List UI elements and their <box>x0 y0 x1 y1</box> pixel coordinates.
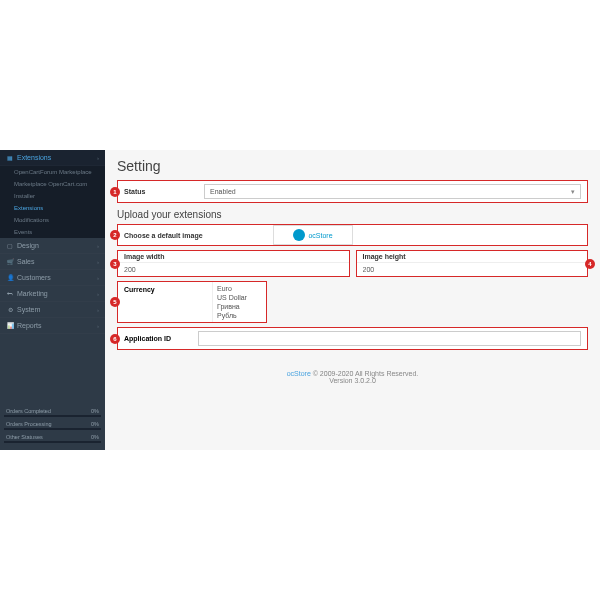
application-id-label: Application ID <box>118 331 198 346</box>
logo-text: ocStore <box>308 232 332 239</box>
footer-copyright: © 2009-2020 All Rights Reserved. <box>311 370 419 377</box>
sub-marketplace-forum[interactable]: OpenCartForum Marketplace <box>0 166 105 178</box>
nav-reports[interactable]: 📊Reports› <box>0 318 105 334</box>
footer-version: Version 3.0.2.0 <box>329 377 376 384</box>
nav-label: Extensions <box>17 154 51 161</box>
annotation-marker-2: 2 <box>110 230 120 240</box>
application-id-box: 6 Application ID <box>117 327 588 350</box>
annotation-marker-4: 4 <box>585 259 595 269</box>
stat-orders-completed: Orders Completed0% <box>4 407 101 415</box>
logo-icon <box>293 229 305 241</box>
footer: ocStore © 2009-2020 All Rights Reserved.… <box>117 370 588 384</box>
currency-label: Currency <box>118 282 213 322</box>
default-image-label: Choose a default image <box>118 228 273 243</box>
annotation-marker-1: 1 <box>110 187 120 197</box>
annotation-marker-6: 6 <box>110 334 120 344</box>
nav-extensions[interactable]: ▦Extensions › <box>0 150 105 166</box>
stat-orders-processing: Orders Processing0% <box>4 420 101 428</box>
sub-marketplace-opencart[interactable]: Marketplace OpenCart.com <box>0 178 105 190</box>
currency-list[interactable]: Euro US Dollar Гривна Рубль <box>213 282 251 322</box>
share-icon: ⮪ <box>6 291 14 297</box>
default-image-box: 2 Choose a default image ocStore <box>117 224 588 246</box>
nav-extensions-submenu: OpenCartForum Marketplace Marketplace Op… <box>0 166 105 238</box>
nav-sales[interactable]: 🛒Sales› <box>0 254 105 270</box>
sub-installer[interactable]: Installer <box>0 190 105 202</box>
image-height-box: 4 Image height <box>356 250 589 277</box>
sub-extensions[interactable]: Extensions <box>0 202 105 214</box>
chart-icon: 📊 <box>6 322 14 329</box>
main-content: Setting 1 Status Enabled Upload your ext… <box>105 150 600 450</box>
nav-design[interactable]: ▢Design› <box>0 238 105 254</box>
sidebar: ▦Extensions › OpenCartForum Marketplace … <box>0 150 105 450</box>
currency-option[interactable]: Euro <box>217 284 247 293</box>
annotation-marker-5: 5 <box>110 297 120 307</box>
chevron-right-icon: › <box>97 243 99 249</box>
page-title: Setting <box>117 158 588 174</box>
default-image-preview[interactable]: ocStore <box>273 225 353 245</box>
gear-icon: ⚙ <box>6 306 14 313</box>
sidebar-stats: Orders Completed0% Orders Processing0% O… <box>0 403 105 450</box>
currency-box: 5 Currency Euro US Dollar Гривна Рубль <box>117 281 267 323</box>
currency-option[interactable]: Гривна <box>217 302 247 311</box>
upload-title: Upload your extensions <box>117 209 588 220</box>
footer-link[interactable]: ocStore <box>287 370 311 377</box>
image-width-label: Image width <box>118 251 349 263</box>
puzzle-icon: ▦ <box>6 154 14 161</box>
nav-customers[interactable]: 👤Customers› <box>0 270 105 286</box>
chevron-right-icon: › <box>97 155 99 161</box>
chevron-right-icon: › <box>97 307 99 313</box>
tv-icon: ▢ <box>6 242 14 249</box>
status-select[interactable]: Enabled <box>204 184 581 199</box>
image-width-input[interactable] <box>118 263 349 276</box>
image-width-box: 3 Image width <box>117 250 350 277</box>
image-height-input[interactable] <box>357 263 588 276</box>
status-box: 1 Status Enabled <box>117 180 588 203</box>
nav-system[interactable]: ⚙System› <box>0 302 105 318</box>
chevron-right-icon: › <box>97 323 99 329</box>
cart-icon: 🛒 <box>6 258 14 265</box>
user-icon: 👤 <box>6 274 14 281</box>
chevron-right-icon: › <box>97 291 99 297</box>
sub-events[interactable]: Events <box>0 226 105 238</box>
sub-modifications[interactable]: Modifications <box>0 214 105 226</box>
image-height-label: Image height <box>357 251 588 263</box>
application-id-input[interactable] <box>198 331 581 346</box>
annotation-marker-3: 3 <box>110 259 120 269</box>
chevron-right-icon: › <box>97 275 99 281</box>
stat-other-statuses: Other Statuses0% <box>4 433 101 441</box>
status-label: Status <box>124 188 204 195</box>
currency-option[interactable]: Рубль <box>217 311 247 320</box>
currency-option[interactable]: US Dollar <box>217 293 247 302</box>
nav-marketing[interactable]: ⮪Marketing› <box>0 286 105 302</box>
chevron-right-icon: › <box>97 259 99 265</box>
